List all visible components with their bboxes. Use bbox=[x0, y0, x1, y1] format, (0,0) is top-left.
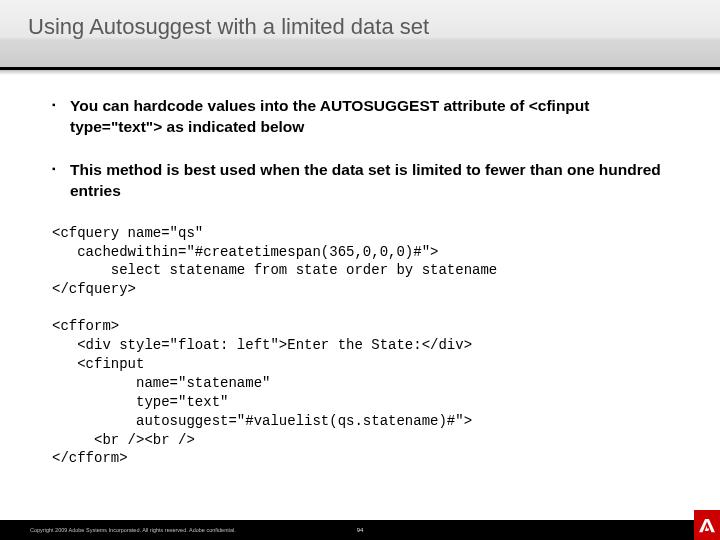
slide-title: Using Autosuggest with a limited data se… bbox=[28, 14, 720, 40]
bullet-item: You can hardcode values into the AUTOSUG… bbox=[52, 96, 682, 138]
page-number: 94 bbox=[357, 527, 364, 533]
code-block-query: <cfquery name="qs" cachedwithin="#create… bbox=[52, 224, 682, 300]
adobe-logo-icon bbox=[694, 510, 720, 540]
slide-content: You can hardcode values into the AUTOSUG… bbox=[0, 70, 720, 468]
slide-footer: Copyright 2009 Adobe Systems Incorporate… bbox=[0, 520, 720, 540]
bullet-item: This method is best used when the data s… bbox=[52, 160, 682, 202]
adobe-a-icon bbox=[699, 517, 715, 533]
slide-header: Using Autosuggest with a limited data se… bbox=[0, 0, 720, 70]
copyright-text: Copyright 2009 Adobe Systems Incorporate… bbox=[30, 527, 236, 533]
code-block-form: <cfform> <div style="float: left">Enter … bbox=[52, 317, 682, 468]
